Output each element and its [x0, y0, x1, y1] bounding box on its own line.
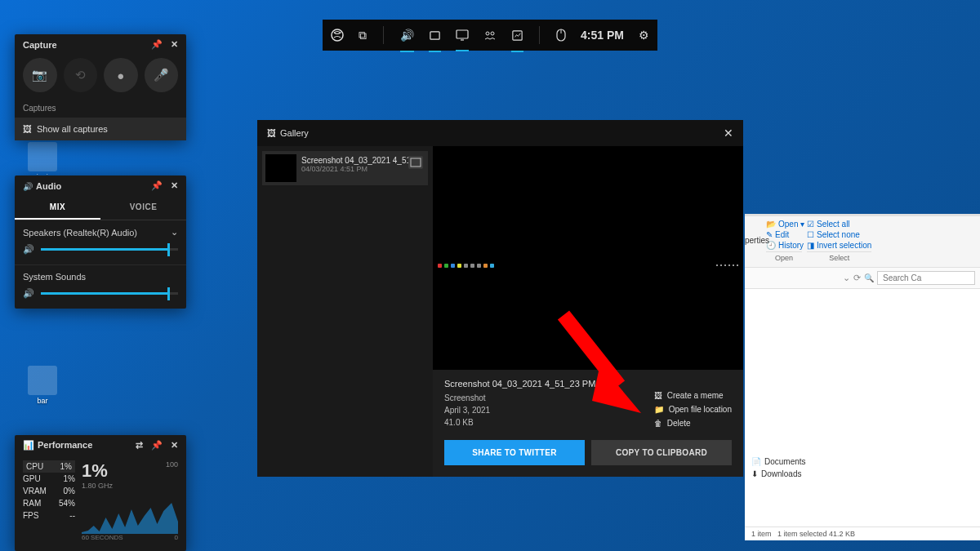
- open-file-location-button[interactable]: 📁Open file location: [654, 405, 732, 414]
- refresh-icon[interactable]: ⟳: [853, 273, 861, 283]
- volume-icon: 🔊: [23, 288, 34, 299]
- capture-icon[interactable]: [429, 26, 441, 45]
- explorer-search-input[interactable]: [877, 271, 975, 285]
- chevron-down-icon[interactable]: ⌄: [171, 227, 178, 238]
- gamebar-toolbar: ⧉ 🔊 4:51 PM ⚙: [323, 20, 657, 51]
- file-explorer-window: 📂Open▾ ✎Edit 🕘History Open ☑Select all ☐…: [745, 214, 980, 540]
- explorer-nav-downloads[interactable]: ⬇Downloads: [751, 468, 973, 480]
- mic-button[interactable]: 🎤: [145, 58, 179, 92]
- tab-mix[interactable]: MIX: [15, 196, 100, 220]
- create-meme-button[interactable]: 🖼Create a meme: [654, 391, 732, 400]
- explorer-select-none[interactable]: ☐Select none: [807, 230, 871, 239]
- gallery-icon[interactable]: [511, 26, 523, 45]
- record-last-button[interactable]: ⟲: [64, 58, 98, 92]
- explorer-nav-documents[interactable]: 📄Documents: [751, 455, 973, 468]
- gallery-list-item[interactable]: Screenshot 04_03_2021 4_51... 04/03/2021…: [262, 151, 428, 185]
- svg-rect-2: [457, 30, 468, 38]
- xbox-social-icon[interactable]: [483, 26, 497, 44]
- svg-point-3: [486, 32, 489, 35]
- explorer-history[interactable]: 🕘History: [766, 241, 802, 250]
- gallery-icon: 🖼: [267, 128, 276, 138]
- cpu-graph: [82, 493, 178, 534]
- screenshot-button[interactable]: 📷: [23, 58, 57, 92]
- svg-point-4: [491, 32, 494, 35]
- explorer-status-bar: 1 item 1 item selected 41.2 KB: [745, 527, 980, 540]
- svg-rect-1: [430, 31, 439, 38]
- xbox-icon[interactable]: [331, 25, 344, 45]
- pin-icon[interactable]: 📌: [151, 39, 163, 50]
- share-twitter-button[interactable]: SHARE TO TWITTER: [444, 440, 585, 465]
- gallery-preview-image: [433, 146, 743, 370]
- media-type-icon: [408, 156, 423, 169]
- tab-voice[interactable]: VOICE: [100, 196, 186, 220]
- close-icon[interactable]: ✕: [171, 39, 178, 50]
- desktop-icon[interactable]: bar: [22, 366, 63, 405]
- close-icon[interactable]: ✕: [724, 127, 733, 140]
- delete-button[interactable]: 🗑Delete: [654, 419, 732, 428]
- svg-rect-8: [411, 158, 421, 167]
- record-button[interactable]: ●: [104, 58, 138, 92]
- close-icon[interactable]: ✕: [171, 180, 178, 191]
- widgets-icon[interactable]: ⧉: [359, 25, 367, 46]
- explorer-select-all[interactable]: ☑Select all: [807, 220, 871, 229]
- capture-widget: Capture 📌✕ 📷 ⟲ ● 🎤 Captures 🖼 Show all c…: [15, 34, 186, 140]
- pin-icon[interactable]: 📌: [151, 440, 163, 451]
- folder-icon: 📁: [654, 405, 664, 414]
- mouse-icon[interactable]: [556, 25, 566, 45]
- capture-title: Capture: [23, 40, 57, 50]
- options-icon[interactable]: ⇄: [136, 440, 143, 451]
- copy-clipboard-button[interactable]: COPY TO CLIPBOARD: [591, 440, 732, 465]
- gallery-window: 🖼Gallery ✕ Screenshot 04_03_2021 4_51...…: [257, 120, 743, 477]
- audio-widget: 🔊Audio 📌✕ MIX VOICE Speakers (Realtek(R)…: [15, 176, 186, 309]
- speakers-slider[interactable]: [41, 248, 178, 251]
- performance-widget: 📊Performance ⇄📌✕ CPU1% GPU1% VRAM0% RAM5…: [15, 435, 186, 551]
- captures-label: Captures: [15, 99, 186, 118]
- pin-icon[interactable]: 📌: [151, 180, 163, 191]
- explorer-edit[interactable]: ✎Edit: [766, 230, 802, 239]
- trash-icon: 🗑: [654, 419, 662, 428]
- system-slider[interactable]: [41, 292, 178, 295]
- audio-icon[interactable]: 🔊: [400, 25, 414, 45]
- explorer-invert[interactable]: ◨Invert selection: [807, 241, 871, 250]
- gallery-small-icon: 🖼: [23, 124, 32, 134]
- screenshot-name: Screenshot 04_03_2021 4_51_23 PM: [444, 379, 595, 389]
- performance-icon[interactable]: [456, 26, 469, 44]
- edit-name-icon[interactable]: ✎: [602, 378, 609, 389]
- settings-icon[interactable]: ⚙: [639, 25, 649, 45]
- show-all-captures-button[interactable]: 🖼 Show all captures: [15, 118, 186, 140]
- clock: 4:51 PM: [581, 29, 624, 42]
- volume-icon: 🔊: [23, 244, 34, 255]
- meme-icon: 🖼: [654, 391, 662, 400]
- explorer-open[interactable]: 📂Open▾: [766, 220, 802, 229]
- close-icon[interactable]: ✕: [171, 440, 178, 451]
